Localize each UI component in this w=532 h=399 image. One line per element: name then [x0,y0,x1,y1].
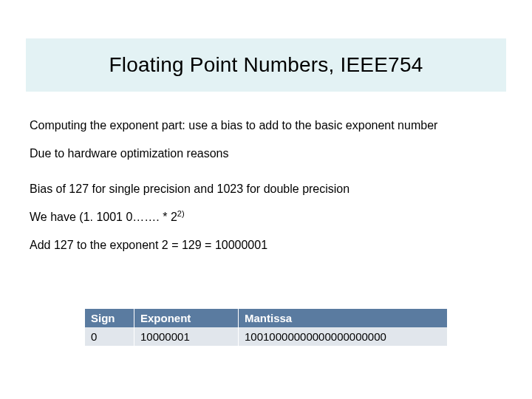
title-band: Floating Point Numbers, IEEE754 [26,38,506,92]
line-hardware-reason: Due to hardware optimization reasons [30,146,502,161]
cell-mantissa: 10010000000000000000000 [239,327,448,346]
cell-exponent: 10000001 [134,327,239,346]
cell-sign: 0 [85,327,134,346]
body-content: Computing the exponent part: use a bias … [30,118,502,266]
line-we-have: We have (1. 1001 0……. * 22) [30,210,502,225]
line-we-have-text: We have (1. 1001 0……. * 2 [30,211,177,223]
header-exponent: Exponent [134,309,239,327]
line-bias-values: Bias of 127 for single precision and 102… [30,182,502,197]
header-sign: Sign [85,309,134,327]
table-header-row: Sign Exponent Mantissa [85,309,448,327]
line-exponent-bias: Computing the exponent part: use a bias … [30,118,502,133]
slide-title: Floating Point Numbers, IEEE754 [109,53,423,77]
header-mantissa: Mantissa [239,309,448,327]
table-row: 0 10000001 10010000000000000000000 [85,327,448,346]
line-we-have-sup: 2) [177,209,185,218]
ieee754-table: Sign Exponent Mantissa 0 10000001 100100… [85,309,448,346]
line-add-127: Add 127 to the exponent 2 = 129 = 100000… [30,238,502,253]
